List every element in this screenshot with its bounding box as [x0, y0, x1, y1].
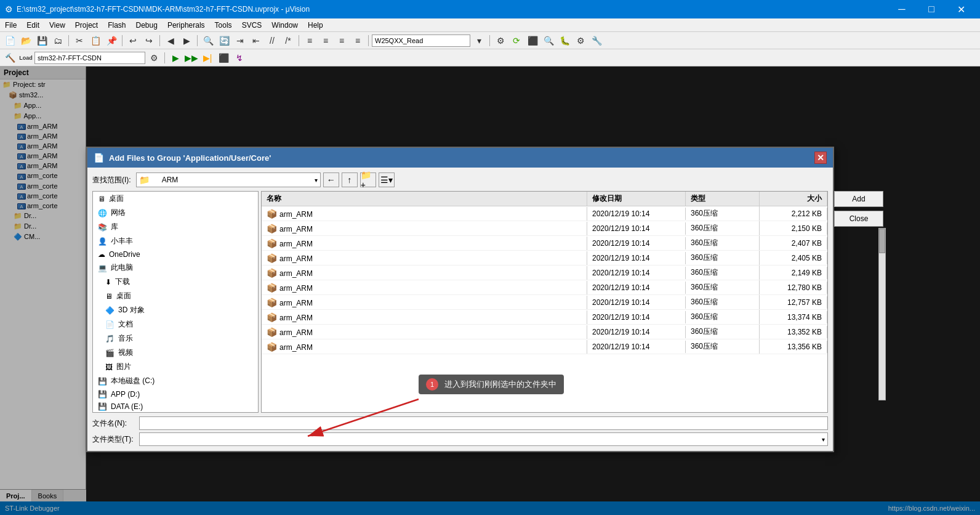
- new-file-btn[interactable]: 📄: [2, 34, 17, 47]
- menu-svcs[interactable]: SVCS: [237, 18, 267, 31]
- add-button[interactable]: Add: [834, 191, 883, 207]
- config-btn[interactable]: ⚙: [493, 34, 508, 47]
- maximize-button[interactable]: □: [917, 0, 946, 18]
- target-dropdown[interactable]: W25QXX_Read: [372, 34, 470, 47]
- pictures-icon: 🖼: [105, 363, 113, 371]
- col-btn[interactable]: ≡: [302, 34, 317, 47]
- uncomment-btn[interactable]: /*: [281, 34, 295, 47]
- desktop-icon: 🖥: [98, 195, 105, 203]
- file-row-2[interactable]: 📦arm_ARM 2020/12/19 10:14 360压缩 2,407 KB: [262, 236, 827, 251]
- cut-btn[interactable]: ✂: [72, 34, 87, 47]
- project-dropdown[interactable]: stm32-h7-FFT-CSDN: [34, 52, 145, 64]
- indent-btn[interactable]: ⇥: [233, 34, 247, 47]
- nav-back-button[interactable]: ←: [323, 172, 339, 187]
- load-btn[interactable]: Load: [18, 51, 33, 65]
- filename-input[interactable]: [139, 416, 828, 430]
- close-button[interactable]: ✕: [947, 0, 975, 18]
- find-btn[interactable]: 🔍: [201, 34, 215, 47]
- menu-file[interactable]: File: [0, 18, 22, 31]
- file-row-0[interactable]: 📦arm_ARM 2020/12/19 10:14 360压缩 2,212 KB: [262, 206, 827, 221]
- nav-up-button[interactable]: ↑: [342, 172, 358, 187]
- copy-btn[interactable]: 📋: [88, 34, 103, 47]
- nav-tree-video[interactable]: 🎬 视频: [93, 346, 258, 360]
- build-btn[interactable]: ⟳: [509, 34, 524, 47]
- file-row-1[interactable]: 📦arm_ARM 2020/12/19 10:14 360压缩 2,150 KB: [262, 221, 827, 236]
- menu-peripherals[interactable]: Peripherals: [163, 18, 210, 31]
- nav-tree-edrive[interactable]: 💾 DATA (E:): [93, 400, 258, 413]
- menu-project[interactable]: Project: [70, 18, 103, 31]
- col2-btn[interactable]: ≡: [318, 34, 333, 47]
- file-row-9[interactable]: 📦arm_ARM 2020/12/19 10:14 360压缩 13,356 K…: [262, 339, 827, 354]
- options-btn[interactable]: 🔧: [589, 34, 604, 47]
- menu-debug[interactable]: Debug: [131, 18, 163, 31]
- play-btn[interactable]: ▶|: [200, 51, 215, 65]
- open-btn[interactable]: 📂: [18, 34, 33, 47]
- rebuild-btn[interactable]: 🔨: [2, 51, 17, 65]
- nav-tree-network[interactable]: 🌐 网络: [93, 206, 258, 220]
- nav-tree-docs[interactable]: 📄 文档: [93, 317, 258, 331]
- redo-btn[interactable]: ↪: [142, 34, 156, 47]
- nav-tree-cdrive[interactable]: 💾 本地磁盘 (C:): [93, 374, 258, 388]
- nav-tree-desktop2[interactable]: 🖥 桌面: [93, 289, 258, 303]
- file-row-5[interactable]: 📦arm_ARM 2020/12/19 10:14 360压缩 12,780 K…: [262, 280, 827, 295]
- nav-tree-desktop[interactable]: 🖥 桌面: [93, 192, 258, 206]
- file-row-6[interactable]: 📦arm_ARM 2020/12/19 10:14 360压缩 12,757 K…: [262, 295, 827, 310]
- file-icon-8: 📦: [267, 327, 277, 337]
- nav-tree-onedrive[interactable]: ☁ OneDrive: [93, 248, 258, 261]
- nav-tree-ddrive[interactable]: 💾 APP (D:): [93, 388, 258, 400]
- scrollbar[interactable]: [878, 228, 886, 400]
- close-button[interactable]: Close: [834, 211, 883, 227]
- filetype-dropdown[interactable]: ▾: [139, 432, 828, 446]
- save-all-btn[interactable]: 🗂: [50, 34, 65, 47]
- debug2-btn[interactable]: 🐛: [557, 34, 572, 47]
- file-row-7[interactable]: 📦arm_ARM 2020/12/19 10:14 360压缩 13,374 K…: [262, 310, 827, 325]
- network-icon: 🌐: [98, 209, 107, 217]
- col4-btn[interactable]: ≡: [350, 34, 365, 47]
- step-btn[interactable]: ↯: [232, 51, 247, 65]
- run2-btn[interactable]: ▶▶: [184, 51, 199, 65]
- settings2-btn[interactable]: ⚙: [573, 34, 588, 47]
- file-icon-6: 📦: [267, 298, 277, 307]
- nav-tree-3d[interactable]: 🔷 3D 对象: [93, 303, 258, 317]
- menu-tools[interactable]: Tools: [210, 18, 237, 31]
- sep5: [299, 35, 299, 46]
- toolbar-2: 🔨 Load stm32-h7-FFT-CSDN ⚙ ▶ ▶▶ ▶| ⬛ ↯: [0, 49, 980, 67]
- nav-view-button[interactable]: ☰▾: [379, 172, 395, 187]
- menu-edit[interactable]: Edit: [22, 18, 44, 31]
- folder-dropdown[interactable]: 📁 ARM ▾: [136, 172, 321, 187]
- nav-tree-thispc[interactable]: 💻 此电脑: [93, 261, 258, 275]
- menu-help[interactable]: Help: [303, 18, 328, 31]
- nav-tree-downloads[interactable]: ⬇ 下载: [93, 275, 258, 289]
- replace-btn[interactable]: 🔄: [217, 34, 231, 47]
- nav-tree-music[interactable]: 🎵 音乐: [93, 331, 258, 346]
- file-row-8[interactable]: 📦arm_ARM 2020/12/19 10:14 360压缩 13,352 K…: [262, 325, 827, 339]
- comment-btn[interactable]: //: [265, 34, 279, 47]
- file-row-4[interactable]: 📦arm_ARM 2020/12/19 10:14 360压缩 2,149 KB: [262, 266, 827, 280]
- col-size: 大小: [760, 192, 827, 206]
- debug-arrow-btn[interactable]: ▾: [472, 34, 486, 47]
- forward-btn[interactable]: ▶: [179, 34, 194, 47]
- stop2-btn[interactable]: ⬛: [216, 51, 231, 65]
- save-btn[interactable]: 💾: [34, 34, 49, 47]
- music-icon: 🎵: [105, 335, 114, 343]
- settings3-btn[interactable]: ⚙: [147, 51, 161, 65]
- minimize-button[interactable]: ─: [888, 0, 916, 18]
- col3-btn[interactable]: ≡: [334, 34, 349, 47]
- outdent-btn[interactable]: ⇤: [249, 34, 263, 47]
- dialog-close-x-button[interactable]: ✕: [814, 152, 827, 164]
- menu-view[interactable]: View: [44, 18, 70, 31]
- run1-btn[interactable]: ▶: [168, 51, 183, 65]
- nav-new-folder-button[interactable]: 📁+: [360, 172, 376, 187]
- menu-flash[interactable]: Flash: [103, 18, 131, 31]
- menu-window[interactable]: Window: [267, 18, 303, 31]
- nav-tree-pictures[interactable]: 🖼 图片: [93, 360, 258, 374]
- nav-tree-user[interactable]: 👤 小丰丰: [93, 234, 258, 248]
- file-row-3[interactable]: 📦arm_ARM 2020/12/19 10:14 360压缩 2,405 KB: [262, 251, 827, 266]
- back-btn[interactable]: ◀: [163, 34, 178, 47]
- undo-btn[interactable]: ↩: [126, 34, 140, 47]
- search2-btn[interactable]: 🔍: [541, 34, 556, 47]
- nav-tree-library[interactable]: 📚 库: [93, 220, 258, 234]
- stop-btn[interactable]: ⬛: [525, 34, 540, 47]
- paste-btn[interactable]: 📌: [104, 34, 119, 47]
- scrollbar-thumb[interactable]: [879, 229, 885, 253]
